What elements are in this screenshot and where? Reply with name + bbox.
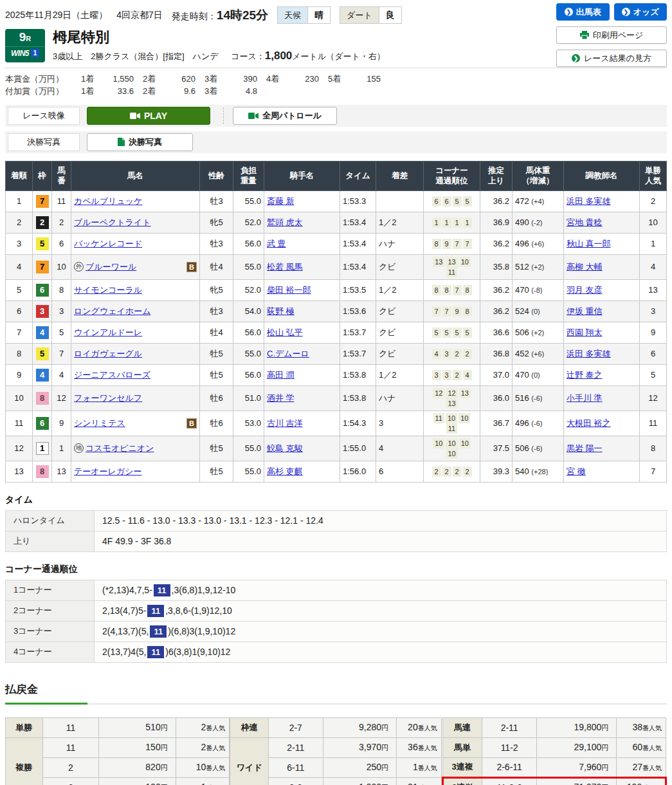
corner-position-value: 5 — [432, 328, 441, 338]
yen-suffix: 円 — [381, 744, 388, 752]
margin: 4 — [376, 436, 424, 461]
body-weight-diff: (-6) — [531, 445, 542, 452]
jockey-link[interactable]: 松若 風馬 — [267, 262, 303, 272]
horse-name-link[interactable]: ウインアルドーレ — [74, 327, 142, 338]
patrol-video-button[interactable]: 全周パトロール — [233, 107, 337, 125]
corner-position-value: 7 — [453, 285, 462, 295]
horse-name-link[interactable]: フォーワンセルフ — [74, 392, 142, 404]
payout-combination: 2-6-11 — [482, 757, 537, 777]
result-row: 633ロングウェイホーム牡354.0荻野 極1:53.6クビ779836.252… — [6, 300, 667, 322]
trainer-link[interactable]: 小手川 準 — [567, 393, 603, 403]
corner-row: 2コーナー2,13(4,7)5-11,3,8,6-(1,9)12,10 — [6, 600, 667, 621]
horse-name-link[interactable]: ロイガヴェーグル — [74, 348, 142, 360]
carried-weight: 56.0 — [233, 322, 264, 343]
horse-name-link[interactable]: ロングウェイホーム — [74, 306, 150, 317]
popularity-suffix: 番人気 — [642, 764, 662, 771]
jockey-link[interactable]: 松山 弘平 — [267, 328, 303, 337]
corner-positions: 5555 — [424, 322, 480, 343]
print-page-button[interactable]: 印刷用ページ — [556, 26, 667, 44]
yen-suffix: 円 — [161, 744, 168, 752]
finish-photo-button[interactable]: 決勝写真 — [87, 133, 193, 151]
horse-name-link[interactable]: シンリミテス — [74, 418, 125, 429]
horse-name-link[interactable]: ブルーワール — [86, 261, 136, 273]
body-weight-diff: (-2) — [531, 219, 542, 226]
trainer-link[interactable]: 伊坂 重信 — [567, 306, 603, 316]
corner-positions: 7798 — [424, 300, 480, 322]
odds-button[interactable]: ❯ オッズ — [614, 3, 667, 21]
horse-name-link[interactable]: ブルーペクトライト — [74, 217, 150, 228]
play-button[interactable]: PLAY — [87, 107, 210, 125]
jockey-link[interactable]: 柴田 裕一郎 — [267, 285, 311, 295]
jockey-link[interactable]: 斎藤 新 — [267, 196, 295, 206]
jockey-link[interactable]: 鮫島 克駿 — [267, 443, 303, 453]
horse-name-cell: テーオーレガシー — [71, 461, 200, 482]
trainer-link[interactable]: 浜田 多実雄 — [567, 349, 611, 358]
bet-type-label: 単勝 — [6, 717, 43, 737]
trainer-link[interactable]: 辻野 泰之 — [567, 370, 603, 380]
race-video-tab[interactable]: レース映像 — [8, 107, 80, 125]
corner-position-value: 12 — [433, 388, 444, 398]
trainer-link[interactable]: 黒岩 陽一 — [567, 443, 603, 453]
result-row: 1211地コスモオピニオン牡555.0鮫島 克駿1:55.04101010103… — [6, 436, 667, 461]
jockey-link[interactable]: 武 豊 — [267, 239, 286, 248]
result-row: 944ジーニアスバローズ牡556.0高田 潤1:53.81／2332437.04… — [6, 364, 667, 385]
jockey-link[interactable]: 酒井 学 — [267, 393, 295, 403]
carried-weight: 51.0 — [233, 385, 264, 411]
corner-position-value: 2 — [463, 466, 472, 477]
sex-age: 牡3 — [200, 190, 233, 212]
horse-name-link[interactable]: カペルブリュッケ — [74, 196, 142, 207]
payout-combination: 11-2 — [482, 737, 537, 757]
trainer-link[interactable]: 西園 翔太 — [567, 328, 603, 337]
payout-amount: 29,100円 — [536, 737, 616, 757]
blinker-badge: B — [186, 262, 197, 272]
margin: ハナ — [376, 233, 424, 254]
trainer-link[interactable]: 大根田 裕之 — [567, 418, 611, 428]
horse-name-link[interactable]: バッケンレコード — [74, 238, 142, 250]
payout-group-bracket-wide: 枠連2-79,280円20番人気ワイド2-113,970円36番人気6-1125… — [230, 717, 441, 785]
jockey-cell: 斎藤 新 — [264, 190, 340, 212]
corner-position-value: 3 — [442, 349, 451, 359]
horse-name-link[interactable]: テーオーレガシー — [74, 466, 142, 477]
finish-time: 1:53.4 — [340, 254, 376, 279]
payout-amount: 820円 — [99, 757, 176, 777]
bracket-number: 2 — [36, 216, 49, 229]
result-guide-button[interactable]: ❯ レース結果の見方 — [556, 50, 667, 67]
jockey-link[interactable]: 古川 吉洋 — [267, 418, 303, 428]
course-label: コース： — [231, 51, 265, 61]
horse-name-link[interactable]: コスモオピニオン — [86, 443, 154, 454]
corner-position-value: 13 — [459, 388, 471, 398]
corner-row: 1コーナー(*2,13)4,7,5-11,3(6,8)1,9,12-10 — [6, 580, 667, 600]
jockey-link[interactable]: 荻野 極 — [267, 306, 295, 316]
trainer-link[interactable]: 羽月 友彦 — [567, 285, 603, 295]
trainer-link[interactable]: 高柳 大輔 — [567, 262, 603, 272]
finish-photo-tab[interactable]: 決勝写真 — [8, 133, 80, 151]
prize-value: 390 — [224, 73, 257, 86]
popularity-suffix: 番人気 — [206, 744, 225, 752]
trainer-link[interactable]: 宮地 貴稔 — [567, 217, 603, 227]
corner-position-value: 2 — [463, 349, 472, 359]
win5-leg-number: 1 — [31, 49, 39, 57]
prize-rank: 2着 — [143, 86, 162, 98]
trainer-link[interactable]: 宮 徹 — [567, 466, 586, 476]
column-header: コーナー 通過順位 — [424, 161, 480, 190]
play-button-label: PLAY — [144, 111, 167, 121]
trainer-link[interactable]: 浜田 多実雄 — [567, 196, 611, 206]
entries-button[interactable]: ❯ 出馬表 — [556, 3, 610, 21]
horse-name-link[interactable]: ジーニアスバローズ — [74, 369, 150, 381]
payout-popularity: 36番人気 — [397, 737, 442, 757]
payout-combination: 11 — [42, 717, 99, 737]
carried-weight: 55.0 — [233, 436, 264, 461]
jockey-link[interactable]: 鷲頭 虎太 — [267, 217, 303, 227]
horse-name-link[interactable]: サイモンコーラル — [74, 284, 142, 296]
horse-name-cell: ブルーペクトライト — [71, 212, 200, 233]
payout-combination: 11-2-6 — [482, 777, 537, 785]
corner-position-value: 11 — [446, 423, 457, 434]
jockey-link[interactable]: 高杉 吏麒 — [267, 466, 303, 476]
trainer-link[interactable]: 秋山 真一郎 — [567, 239, 611, 248]
jockey-link[interactable]: 高田 潤 — [267, 370, 295, 380]
payout-popularity: 20番人気 — [397, 717, 442, 737]
payout-combination: 2-11 — [482, 717, 537, 737]
column-header: 推定 上り — [480, 161, 513, 190]
jockey-link[interactable]: C.デムーロ — [267, 349, 309, 358]
corner-section-title: コーナー通過順位 — [5, 564, 667, 575]
